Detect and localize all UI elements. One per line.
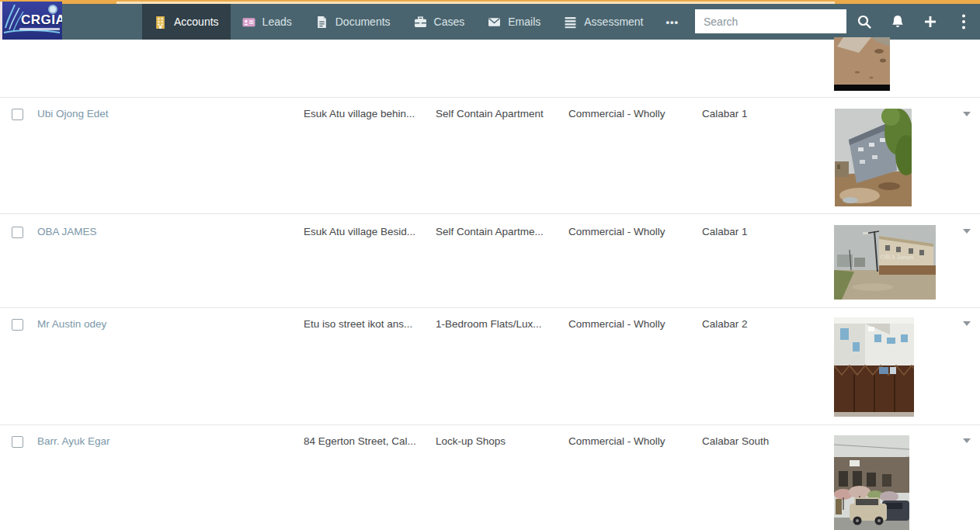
tab-accounts[interactable]: Accounts: [142, 4, 231, 40]
account-name-link[interactable]: Barr. Ayuk Egar: [37, 435, 110, 447]
document-icon: [315, 16, 328, 29]
quick-create-button[interactable]: [917, 9, 944, 35]
logo-emblem-icon: [48, 5, 57, 14]
logo-text: CRGIA: [21, 12, 62, 28]
tab-assessment-label: Assessment: [584, 16, 643, 28]
category-cell: Commercial - Wholly: [568, 226, 665, 237]
notifications-button[interactable]: [884, 9, 911, 35]
account-name-link[interactable]: Mr Austin odey: [37, 318, 106, 330]
account-name-link[interactable]: Ubi Ojong Edet: [37, 108, 109, 120]
search-input[interactable]: [695, 9, 846, 33]
category-cell: Commercial - Wholly: [568, 435, 665, 447]
search-icon: [857, 14, 872, 29]
row-divider: [0, 307, 980, 308]
address-cell: 84 Egerton Street, Cal...: [304, 435, 416, 447]
row-actions-caret-icon[interactable]: [963, 321, 971, 326]
row-divider: [0, 424, 980, 425]
tab-emails[interactable]: Emails: [476, 4, 552, 40]
crgia-logo[interactable]: CRGIA: [0, 2, 62, 40]
navbar-actions: [848, 4, 980, 40]
idcard-icon: [242, 16, 255, 29]
tab-cases[interactable]: Cases: [402, 4, 477, 40]
plus-icon: [923, 14, 938, 29]
tab-documents-label: Documents: [335, 16, 391, 28]
row-divider: [0, 97, 980, 98]
main-navbar: CRGIA Accounts: [0, 4, 980, 40]
type-cell: 1-Bedroom Flats/Lux...: [436, 318, 542, 330]
row-checkbox[interactable]: [12, 319, 23, 331]
category-cell: Commercial - Wholly: [568, 108, 665, 120]
kebab-icon: [961, 13, 967, 30]
row-divider: [0, 213, 980, 214]
type-cell: Lock-up Shops: [436, 435, 506, 447]
account-name-link[interactable]: OBA JAMES: [37, 226, 97, 237]
tab-emails-label: Emails: [508, 16, 540, 28]
location-cell: Calabar 1: [702, 108, 748, 120]
tab-cases-label: Cases: [434, 16, 465, 28]
settings-menu-button[interactable]: [950, 9, 977, 35]
envelope-icon: [488, 16, 501, 29]
tab-documents[interactable]: Documents: [304, 4, 402, 40]
record-photo-market-street[interactable]: [834, 435, 909, 530]
row-checkbox[interactable]: [12, 436, 23, 448]
list-icon: [564, 16, 577, 29]
accounts-list: Ubi Ojong Edet Esuk Atu village behin...…: [0, 40, 980, 530]
row-checkbox[interactable]: [12, 227, 23, 238]
row-checkbox[interactable]: [12, 109, 23, 120]
tab-assessment[interactable]: Assessment: [552, 4, 655, 40]
location-cell: Calabar South: [702, 435, 769, 447]
row-actions-caret-icon[interactable]: [963, 229, 971, 234]
record-photo-gated-building[interactable]: [834, 317, 914, 417]
type-cell: Self Contain Apartme...: [436, 226, 544, 237]
building-icon: [154, 16, 167, 29]
ellipsis-icon: •••: [666, 16, 679, 28]
type-cell: Self Contain Apartment: [436, 108, 544, 120]
location-cell: Calabar 2: [702, 318, 748, 330]
record-photo-dirt-road[interactable]: [834, 37, 890, 91]
nav-more-menu[interactable]: •••: [655, 4, 690, 40]
tab-accounts-label: Accounts: [174, 16, 219, 28]
logo-subtext-line: [19, 28, 60, 30]
address-cell: Esuk Atu village behin...: [304, 108, 415, 120]
crm-app-window: CRGIA Accounts: [0, 0, 980, 530]
search-button[interactable]: [851, 9, 877, 35]
address-cell: Esuk Atu village Besid...: [304, 226, 415, 237]
row-actions-caret-icon[interactable]: [963, 438, 971, 443]
row-actions-caret-icon[interactable]: [963, 112, 971, 116]
nav-tabs: Accounts Leads: [142, 4, 690, 40]
location-cell: Calabar 1: [702, 226, 748, 237]
record-photo-street-buildings[interactable]: OBA James: [834, 225, 936, 300]
tab-leads[interactable]: Leads: [231, 4, 304, 40]
bell-icon: [890, 14, 905, 29]
record-photo-tilted-building[interactable]: [835, 109, 912, 206]
address-cell: Etu iso street ikot ans...: [304, 318, 412, 330]
briefcase-icon: [414, 16, 427, 29]
photo-watermark-text: OBA James: [881, 253, 914, 261]
tab-leads-label: Leads: [262, 16, 292, 28]
category-cell: Commercial - Wholly: [568, 318, 665, 330]
